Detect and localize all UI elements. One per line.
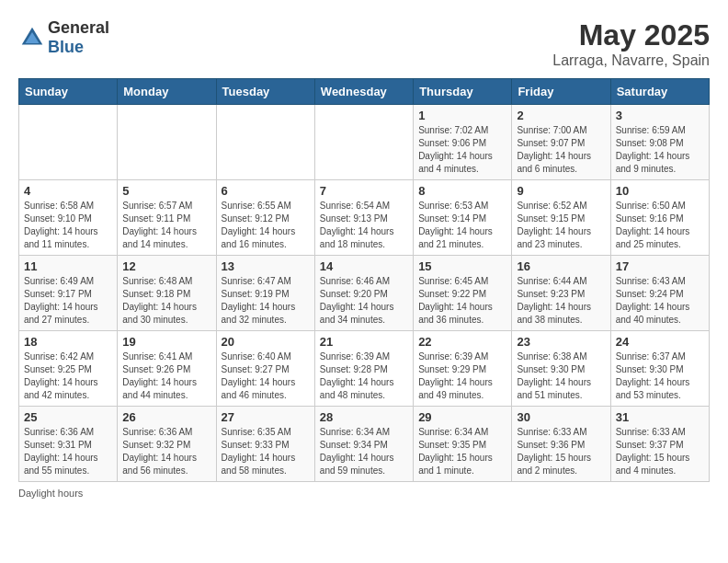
- day-info: Sunrise: 6:59 AM Sunset: 9:08 PM Dayligh…: [616, 124, 704, 176]
- logo-text: General Blue: [48, 18, 109, 57]
- day-number: 10: [616, 184, 704, 198]
- calendar-week-2: 4Sunrise: 6:58 AM Sunset: 9:10 PM Daylig…: [19, 180, 710, 256]
- day-number: 4: [24, 184, 112, 198]
- day-number: 20: [222, 335, 310, 349]
- calendar-cell: 6Sunrise: 6:55 AM Sunset: 9:12 PM Daylig…: [216, 180, 314, 256]
- day-number: 15: [418, 259, 506, 273]
- day-header-saturday: Saturday: [610, 79, 709, 105]
- calendar-cell: 17Sunrise: 6:43 AM Sunset: 9:24 PM Dayli…: [610, 256, 709, 331]
- calendar-cell: 22Sunrise: 6:39 AM Sunset: 9:29 PM Dayli…: [414, 331, 512, 407]
- day-number: 23: [517, 335, 605, 349]
- day-info: Sunrise: 6:58 AM Sunset: 9:10 PM Dayligh…: [24, 200, 112, 251]
- logo-blue-text: Blue: [48, 38, 109, 57]
- calendar-cell: [19, 105, 118, 180]
- calendar-body: 1Sunrise: 7:02 AM Sunset: 9:06 PM Daylig…: [19, 105, 710, 482]
- footer-daylight-label: Daylight hours: [18, 488, 83, 499]
- day-number: 3: [616, 109, 704, 122]
- day-number: 25: [24, 410, 112, 424]
- calendar-cell: 10Sunrise: 6:50 AM Sunset: 9:16 PM Dayli…: [610, 180, 709, 256]
- calendar-cell: 19Sunrise: 6:41 AM Sunset: 9:26 PM Dayli…: [118, 331, 216, 407]
- day-info: Sunrise: 7:00 AM Sunset: 9:07 PM Dayligh…: [517, 124, 605, 176]
- calendar-cell: 3Sunrise: 6:59 AM Sunset: 9:08 PM Daylig…: [610, 105, 709, 180]
- calendar-cell: 12Sunrise: 6:48 AM Sunset: 9:18 PM Dayli…: [118, 256, 216, 331]
- calendar-cell: 1Sunrise: 7:02 AM Sunset: 9:06 PM Daylig…: [414, 105, 512, 180]
- day-number: 19: [122, 335, 210, 349]
- day-info: Sunrise: 6:45 AM Sunset: 9:22 PM Dayligh…: [418, 275, 506, 327]
- calendar-cell: 2Sunrise: 7:00 AM Sunset: 9:07 PM Daylig…: [512, 105, 610, 180]
- calendar-week-5: 25Sunrise: 6:36 AM Sunset: 9:31 PM Dayli…: [19, 407, 710, 482]
- day-number: 16: [517, 259, 605, 273]
- day-number: 26: [122, 410, 210, 424]
- day-info: Sunrise: 6:52 AM Sunset: 9:15 PM Dayligh…: [517, 200, 605, 251]
- day-info: Sunrise: 6:36 AM Sunset: 9:32 PM Dayligh…: [122, 426, 210, 477]
- calendar-cell: 15Sunrise: 6:45 AM Sunset: 9:22 PM Dayli…: [414, 256, 512, 331]
- calendar-table: SundayMondayTuesdayWednesdayThursdayFrid…: [18, 78, 710, 482]
- day-number: 27: [222, 410, 310, 424]
- location-subtitle: Larraga, Navarre, Spain: [552, 52, 710, 69]
- day-info: Sunrise: 6:46 AM Sunset: 9:20 PM Dayligh…: [320, 275, 408, 327]
- day-info: Sunrise: 6:39 AM Sunset: 9:29 PM Dayligh…: [418, 350, 506, 402]
- calendar-cell: 14Sunrise: 6:46 AM Sunset: 9:20 PM Dayli…: [314, 256, 413, 331]
- calendar-week-4: 18Sunrise: 6:42 AM Sunset: 9:25 PM Dayli…: [19, 331, 710, 407]
- calendar-cell: 29Sunrise: 6:34 AM Sunset: 9:35 PM Dayli…: [414, 407, 512, 482]
- calendar-week-3: 11Sunrise: 6:49 AM Sunset: 9:17 PM Dayli…: [19, 256, 710, 331]
- day-info: Sunrise: 6:55 AM Sunset: 9:12 PM Dayligh…: [222, 200, 310, 251]
- day-info: Sunrise: 6:47 AM Sunset: 9:19 PM Dayligh…: [222, 275, 310, 327]
- day-info: Sunrise: 6:48 AM Sunset: 9:18 PM Dayligh…: [122, 275, 210, 327]
- day-header-tuesday: Tuesday: [216, 79, 314, 105]
- calendar-cell: 4Sunrise: 6:58 AM Sunset: 9:10 PM Daylig…: [19, 180, 118, 256]
- day-number: 11: [24, 259, 112, 273]
- day-info: Sunrise: 6:53 AM Sunset: 9:14 PM Dayligh…: [418, 200, 506, 251]
- day-number: 28: [320, 410, 408, 424]
- day-number: 17: [616, 259, 704, 273]
- day-info: Sunrise: 7:02 AM Sunset: 9:06 PM Dayligh…: [418, 124, 506, 176]
- day-info: Sunrise: 6:35 AM Sunset: 9:33 PM Dayligh…: [222, 426, 310, 477]
- calendar-cell: 13Sunrise: 6:47 AM Sunset: 9:19 PM Dayli…: [216, 256, 314, 331]
- day-info: Sunrise: 6:38 AM Sunset: 9:30 PM Dayligh…: [517, 350, 605, 402]
- day-info: Sunrise: 6:33 AM Sunset: 9:37 PM Dayligh…: [616, 426, 704, 477]
- day-header-monday: Monday: [118, 79, 216, 105]
- calendar-cell: 9Sunrise: 6:52 AM Sunset: 9:15 PM Daylig…: [512, 180, 610, 256]
- month-title: May 2025: [552, 18, 710, 52]
- day-info: Sunrise: 6:43 AM Sunset: 9:24 PM Dayligh…: [616, 275, 704, 327]
- calendar-cell: 27Sunrise: 6:35 AM Sunset: 9:33 PM Dayli…: [216, 407, 314, 482]
- logo-general-text: General: [48, 18, 109, 38]
- calendar-cell: 26Sunrise: 6:36 AM Sunset: 9:32 PM Dayli…: [118, 407, 216, 482]
- calendar-cell: [314, 105, 413, 180]
- logo: General Blue: [18, 18, 109, 57]
- calendar-cell: 24Sunrise: 6:37 AM Sunset: 9:30 PM Dayli…: [610, 331, 709, 407]
- day-info: Sunrise: 6:34 AM Sunset: 9:34 PM Dayligh…: [320, 426, 408, 477]
- day-info: Sunrise: 6:57 AM Sunset: 9:11 PM Dayligh…: [122, 200, 210, 251]
- day-info: Sunrise: 6:44 AM Sunset: 9:23 PM Dayligh…: [517, 275, 605, 327]
- calendar-cell: 8Sunrise: 6:53 AM Sunset: 9:14 PM Daylig…: [414, 180, 512, 256]
- day-number: 1: [418, 109, 506, 122]
- page-header: General Blue May 2025 Larraga, Navarre, …: [18, 18, 710, 69]
- day-header-thursday: Thursday: [414, 79, 512, 105]
- day-info: Sunrise: 6:33 AM Sunset: 9:36 PM Dayligh…: [517, 426, 605, 477]
- day-info: Sunrise: 6:34 AM Sunset: 9:35 PM Dayligh…: [418, 426, 506, 477]
- day-info: Sunrise: 6:49 AM Sunset: 9:17 PM Dayligh…: [24, 275, 112, 327]
- day-number: 14: [320, 259, 408, 273]
- calendar-cell: 21Sunrise: 6:39 AM Sunset: 9:28 PM Dayli…: [314, 331, 413, 407]
- day-number: 2: [517, 109, 605, 122]
- calendar-cell: 18Sunrise: 6:42 AM Sunset: 9:25 PM Dayli…: [19, 331, 118, 407]
- day-info: Sunrise: 6:39 AM Sunset: 9:28 PM Dayligh…: [320, 350, 408, 402]
- day-number: 8: [418, 184, 506, 198]
- day-info: Sunrise: 6:37 AM Sunset: 9:30 PM Dayligh…: [616, 350, 704, 402]
- calendar-cell: 23Sunrise: 6:38 AM Sunset: 9:30 PM Dayli…: [512, 331, 610, 407]
- day-number: 12: [122, 259, 210, 273]
- header-row: SundayMondayTuesdayWednesdayThursdayFrid…: [19, 79, 710, 105]
- day-info: Sunrise: 6:41 AM Sunset: 9:26 PM Dayligh…: [122, 350, 210, 402]
- day-number: 30: [517, 410, 605, 424]
- calendar-cell: [118, 105, 216, 180]
- title-block: May 2025 Larraga, Navarre, Spain: [552, 18, 710, 69]
- calendar-header: SundayMondayTuesdayWednesdayThursdayFrid…: [19, 79, 710, 105]
- calendar-cell: 30Sunrise: 6:33 AM Sunset: 9:36 PM Dayli…: [512, 407, 610, 482]
- day-number: 22: [418, 335, 506, 349]
- footer-note: Daylight hours: [18, 488, 710, 499]
- day-info: Sunrise: 6:40 AM Sunset: 9:27 PM Dayligh…: [222, 350, 310, 402]
- day-number: 24: [616, 335, 704, 349]
- calendar-week-1: 1Sunrise: 7:02 AM Sunset: 9:06 PM Daylig…: [19, 105, 710, 180]
- day-number: 5: [122, 184, 210, 198]
- day-info: Sunrise: 6:50 AM Sunset: 9:16 PM Dayligh…: [616, 200, 704, 251]
